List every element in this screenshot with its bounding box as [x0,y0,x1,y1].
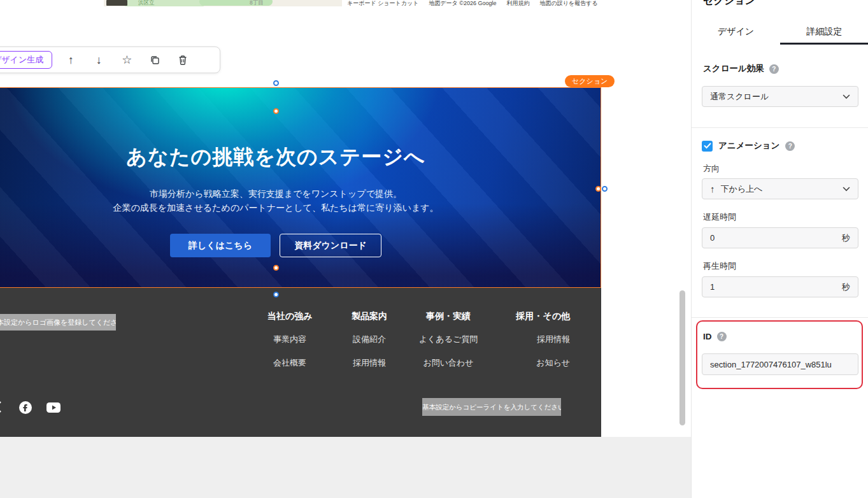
duration-input[interactable] [710,282,842,292]
footer-link[interactable]: よくあるご質問 [410,334,487,345]
footer-link[interactable]: 事業内容 [257,334,323,345]
logo-placeholder: 基本設定からロゴ画像を登録してください [0,314,116,331]
id-field [702,353,858,375]
tab-design[interactable]: デザイン [692,19,780,45]
scroll-effect-label: スクロール効果 ? [703,63,779,75]
footer-link[interactable]: 採用情報 [494,334,570,345]
section-toolbar: デザイン生成 ↑ ↓ ☆ [0,46,220,73]
duration-unit: 秒 [842,281,850,293]
resize-handle[interactable] [602,186,608,192]
divider [692,317,868,318]
x-icon[interactable] [0,401,1,415]
report-map-error-link[interactable]: 地図の誤りを報告する [540,0,598,6]
page-footer-section[interactable]: 基本設定からロゴ画像を登録してください 当社の強み 事業内容 会社概要 製品案内… [0,288,601,437]
move-up-icon[interactable]: ↑ [61,50,80,69]
footer-link[interactable]: 設備紹介 [336,334,402,345]
help-icon[interactable]: ? [769,64,779,74]
chevron-down-icon [843,187,850,192]
footer-link[interactable]: お知らせ [494,357,570,369]
footer-column: 事例・実績 よくあるご質問 お問い合わせ [410,311,487,381]
animation-checkbox[interactable] [702,141,713,152]
map-preview: 浜区立 8丁目 [104,0,342,6]
resize-handle[interactable] [273,108,279,114]
active-tab-underline [780,43,868,45]
hero-primary-button[interactable]: 詳しくはこちら [170,234,271,257]
map-park-shape [123,0,206,6]
footer-column: 当社の強み 事業内容 会社概要 [257,311,323,381]
help-icon[interactable]: ? [717,332,727,341]
vertical-scrollbar[interactable] [679,290,685,425]
footer-column: 採用・その他 採用情報 お知らせ [494,311,570,381]
duplicate-icon[interactable] [145,50,164,69]
resize-handle[interactable] [595,186,601,192]
settings-tabs: デザイン 詳細設定 [692,19,868,45]
footer-column: 製品案内 設備紹介 採用情報 [336,311,402,381]
scroll-effect-select[interactable]: 通常スクロール [702,86,858,107]
resize-handle[interactable] [273,292,279,297]
facebook-icon[interactable] [19,401,32,416]
hero-section[interactable]: あなたの挑戦を次のステージへ 市場分析から戦略立案、実行支援までをワンストップで… [0,87,601,288]
map-place-label: 浜区立 [138,0,155,6]
animation-label: アニメーション [718,140,779,152]
delay-input[interactable] [710,233,842,243]
move-down-icon[interactable]: ↓ [89,50,108,69]
keyboard-shortcuts-link[interactable]: キーボード ショートカット [347,0,418,6]
favorite-icon[interactable]: ☆ [117,50,136,69]
id-label: ID ? [703,332,727,341]
map-block-label: 8丁目 [250,0,264,6]
delay-field: 秒 [702,227,858,248]
editor-canvas: 浜区立 8丁目 キーボード ショートカット 地図データ ©2026 Google… [0,0,691,498]
chevron-down-icon [843,94,850,99]
footer-link[interactable]: 会社概要 [257,357,323,369]
copyright-placeholder: 基本設定からコピーライトを入力してください [422,398,561,416]
footer-link[interactable]: 採用情報 [336,357,402,369]
terms-link[interactable]: 利用規約 [507,0,530,6]
duration-label: 再生時間 [703,260,736,272]
trash-icon[interactable] [173,50,192,69]
footer-link[interactable]: お問い合わせ [410,357,487,369]
design-generate-button[interactable]: デザイン生成 [0,51,52,69]
settings-sidebar: セクション デザイン 詳細設定 スクロール効果 ? 通常スクロール アニメーショ… [691,0,868,498]
delay-unit: 秒 [842,232,850,244]
resize-handle[interactable] [273,265,279,271]
panel-title: セクション [703,0,755,8]
hero-subtext: 市場分析から戦略立案、実行支援までをワンストップで提供。 企業の成長を加速させる… [0,187,601,215]
duration-field: 秒 [702,276,858,297]
id-input[interactable] [710,360,850,369]
hero-secondary-button[interactable]: 資料ダウンロード [280,234,381,257]
map-attribution: キーボード ショートカット 地図データ ©2026 Google 利用規約 地図… [347,0,598,6]
direction-select[interactable]: ↑ 下から上へ [702,178,858,199]
help-icon[interactable]: ? [785,141,795,151]
delay-label: 遅延時間 [703,211,736,223]
hero-heading: あなたの挑戦を次のステージへ [0,143,601,171]
map-data-text: 地図データ ©2026 Google [429,0,496,6]
youtube-icon[interactable] [46,402,60,415]
arrow-up-icon: ↑ [710,183,715,194]
canvas-end-area [0,437,691,498]
resize-handle[interactable] [273,80,279,86]
map-thumbnail [106,0,127,6]
direction-label: 方向 [703,163,720,174]
section-badge: セクション [565,75,615,87]
divider [692,127,868,128]
tab-advanced[interactable]: 詳細設定 [780,19,868,45]
